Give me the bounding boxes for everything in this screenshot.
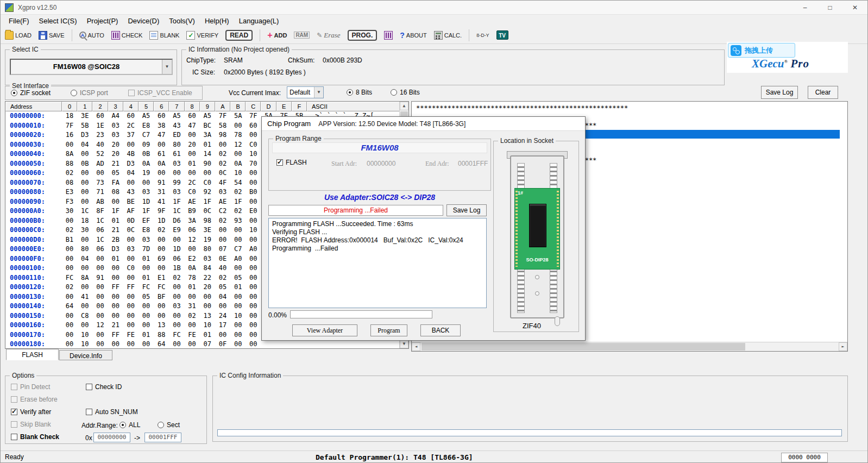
load-button[interactable]: LOAD xyxy=(5,31,32,40)
hex-byte[interactable]: 8A xyxy=(62,149,77,159)
hex-byte[interactable]: AE xyxy=(215,197,230,207)
hex-byte[interactable]: E1 xyxy=(154,273,169,283)
pin-map-button[interactable]: 8-D-Y xyxy=(476,33,489,38)
hex-byte[interactable]: 0B xyxy=(139,149,154,159)
hex-byte[interactable]: 00 xyxy=(92,311,108,321)
hex-byte[interactable]: 00 xyxy=(230,321,246,330)
verify-after-checkbox[interactable]: Verify after xyxy=(11,408,51,416)
menu-tools[interactable]: Tools(V) xyxy=(164,15,200,27)
hex-byte[interactable]: 04 xyxy=(123,168,139,178)
hex-byte[interactable]: 7F xyxy=(62,121,77,131)
hex-byte[interactable]: 00 xyxy=(215,140,230,150)
hex-byte[interactable]: 00 xyxy=(139,321,154,330)
hex-byte[interactable]: 00 xyxy=(77,235,92,245)
hex-byte[interactable]: 00 xyxy=(230,121,246,131)
hex-byte[interactable]: 1E xyxy=(92,121,108,131)
hex-byte[interactable]: 90 xyxy=(200,159,215,169)
hex-byte[interactable]: C0 xyxy=(123,264,139,273)
hex-byte[interactable]: 24 xyxy=(215,311,230,321)
hex-byte[interactable]: 00 xyxy=(185,168,200,178)
vcc-dropdown-icon[interactable]: ▼ xyxy=(314,87,323,98)
hex-byte[interactable]: 00 xyxy=(77,149,92,159)
hex-byte[interactable]: 0C xyxy=(215,168,230,178)
hex-byte[interactable]: 00 xyxy=(246,235,261,245)
hex-byte[interactable]: 78 xyxy=(230,130,246,140)
hex-byte[interactable]: 00 xyxy=(185,130,200,140)
hex-byte[interactable]: E9 xyxy=(169,226,184,235)
hex-byte[interactable]: 03 xyxy=(108,121,123,131)
hex-byte[interactable]: 00 xyxy=(169,292,184,302)
hex-byte[interactable]: 03 xyxy=(108,130,123,140)
hex-byte[interactable]: 98 xyxy=(215,130,230,140)
hex-byte[interactable]: 00 xyxy=(108,264,123,273)
maximize-button[interactable]: □ xyxy=(817,1,842,15)
ic-selector[interactable]: FM16W08 @SOIC28 ▼ xyxy=(10,59,173,75)
hex-byte[interactable]: B0 xyxy=(246,187,261,197)
hex-byte[interactable]: 07 xyxy=(200,340,215,349)
hex-byte[interactable]: 41 xyxy=(154,197,169,207)
hex-byte[interactable]: 02 xyxy=(169,273,184,283)
hex-byte[interactable]: 61 xyxy=(169,149,184,159)
hex-byte[interactable]: 02 xyxy=(215,216,230,226)
hex-byte[interactable]: 00 xyxy=(154,264,169,273)
hex-byte[interactable]: 43 xyxy=(123,187,139,197)
hex-byte[interactable]: 00 xyxy=(139,178,154,188)
hex-byte[interactable]: 00 xyxy=(154,168,169,178)
tab-device-info[interactable]: Device.Info xyxy=(59,350,112,360)
hex-byte[interactable]: 00 xyxy=(246,302,261,311)
hex-byte[interactable]: 5B xyxy=(77,121,92,131)
hex-byte[interactable]: 01 xyxy=(200,140,215,150)
hex-byte[interactable]: 0B xyxy=(77,159,92,169)
hex-byte[interactable]: 80 xyxy=(77,245,92,254)
hex-byte[interactable]: 7F xyxy=(246,111,261,121)
hex-byte[interactable]: 88 xyxy=(154,330,169,340)
hex-byte[interactable]: 19 xyxy=(200,235,215,245)
hex-byte[interactable]: 00 xyxy=(92,168,108,178)
hex-byte[interactable]: FF xyxy=(123,283,139,292)
hex-byte[interactable]: D6 xyxy=(169,216,184,226)
hex-byte[interactable]: 18 xyxy=(62,111,77,121)
hex-byte[interactable]: 0C xyxy=(123,226,139,235)
hex-byte[interactable]: 00 xyxy=(92,330,108,340)
verify-button[interactable]: VERIFY xyxy=(186,31,218,40)
hex-byte[interactable]: 00 xyxy=(154,235,169,245)
hex-byte[interactable]: 07 xyxy=(215,245,230,254)
hex-byte[interactable]: 12 xyxy=(230,140,246,150)
bits8-radio[interactable]: 8 Bits xyxy=(347,89,372,96)
hex-byte[interactable]: 00 xyxy=(139,311,154,321)
hex-byte[interactable]: 03 xyxy=(169,159,184,169)
hex-byte[interactable]: D3 xyxy=(123,159,139,169)
hex-byte[interactable]: 1C xyxy=(92,216,108,226)
hex-byte[interactable]: 01 xyxy=(108,216,123,226)
drag-upload-button[interactable]: 拖拽上传 xyxy=(728,43,795,58)
hex-byte[interactable]: 00 xyxy=(77,197,92,207)
save-log-button[interactable]: Save Log xyxy=(761,86,798,99)
hex-byte[interactable]: 06 xyxy=(92,226,108,235)
hex-byte[interactable]: 20 xyxy=(108,140,123,150)
scroll-down-icon[interactable]: ▼ xyxy=(400,340,408,348)
hex-byte[interactable]: 80 xyxy=(169,140,184,150)
hex-byte[interactable]: 00 xyxy=(123,321,139,330)
auto-sn-num-checkbox[interactable]: Auto SN_NUM xyxy=(86,408,138,416)
hex-byte[interactable]: 00 xyxy=(200,168,215,178)
hex-byte[interactable]: 00 xyxy=(62,245,77,254)
scrollbar-thumb[interactable] xyxy=(422,343,745,351)
hex-byte[interactable]: 01 xyxy=(139,273,154,283)
hex-byte[interactable]: 00 xyxy=(123,302,139,311)
hex-byte[interactable]: 00 xyxy=(77,187,92,197)
hex-byte[interactable]: 64 xyxy=(154,340,169,349)
save-button[interactable]: SAVE xyxy=(39,31,65,40)
hex-byte[interactable]: FC xyxy=(154,283,169,292)
minimize-button[interactable]: – xyxy=(792,1,817,15)
hex-byte[interactable]: 00 xyxy=(62,254,77,264)
back-button[interactable]: BACK xyxy=(420,324,461,336)
hex-byte[interactable]: 00 xyxy=(92,292,108,302)
hex-byte[interactable]: 01 xyxy=(139,330,154,340)
hex-byte[interactable]: 00 xyxy=(123,311,139,321)
hex-byte[interactable]: 00 xyxy=(185,149,200,159)
hex-byte[interactable]: 3A xyxy=(200,130,215,140)
scroll-left-icon[interactable]: ◄ xyxy=(412,342,420,351)
hex-byte[interactable]: 38 xyxy=(154,121,169,131)
hex-byte[interactable]: 31 xyxy=(154,187,169,197)
hex-byte[interactable]: C7 xyxy=(139,130,154,140)
